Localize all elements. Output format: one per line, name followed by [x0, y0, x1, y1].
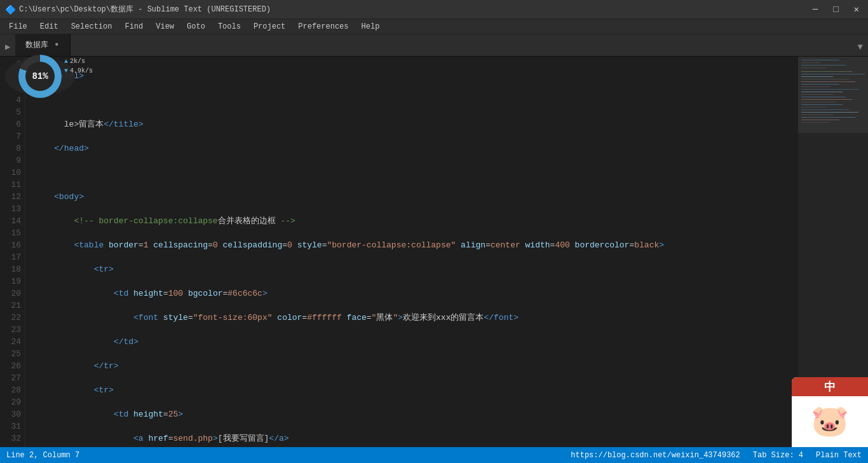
tab-shujuku[interactable]: 数据库 • — [15, 34, 71, 56]
line-num-18: 18 — [0, 263, 21, 275]
menu-file[interactable]: File — [3, 21, 34, 32]
network-speeds: ▲ 2k/s ▼ 4.9k/s — [64, 58, 102, 74]
menu-tools[interactable]: Tools — [212, 21, 247, 32]
code-line-11: <font style="font-size:60px" color=#ffff… — [32, 312, 798, 324]
menu-bar: File Edit Selection Find View Goto Tools… — [0, 19, 868, 34]
network-circle: 81% — [18, 55, 62, 98]
tab-bar: ▶ 数据库 • ▼ — [0, 34, 868, 57]
csdn-pig: 🐷 — [804, 396, 855, 447]
download-value: 4.9k/s — [70, 67, 93, 74]
tab-scroll-right[interactable]: ▼ — [853, 38, 868, 56]
status-position: Line 2, Column 7 — [6, 451, 79, 460]
menu-find[interactable]: Find — [118, 21, 149, 32]
code-line-12: </td> — [32, 336, 798, 348]
code-area[interactable]: <html> le>留言本</title> </head> <body> <!-… — [25, 57, 798, 447]
menu-goto[interactable]: Goto — [180, 21, 212, 32]
line-num-30: 30 — [0, 408, 21, 420]
upload-speed: ▲ 2k/s — [64, 58, 102, 65]
code-line-13: </tr> — [32, 360, 798, 372]
menu-preferences[interactable]: Preferences — [292, 21, 355, 32]
line-num-29: 29 — [0, 396, 21, 408]
line-num-28: 28 — [0, 384, 21, 396]
csdn-badge-top: 中 — [792, 377, 868, 396]
minimap-highlight — [798, 57, 868, 133]
code-line-2 — [32, 94, 798, 106]
code-line-16: <a href=send.php>[我要写留言]</a> — [32, 432, 798, 445]
tab-modified-dot: • — [53, 40, 60, 50]
line-num-10: 10 — [0, 167, 21, 179]
line-num-32: 32 — [0, 432, 21, 445]
line-num-13: 13 — [0, 203, 21, 215]
code-line-15: <td height=25> — [32, 408, 798, 420]
title-bar-left: 🔷 C:\Users\pc\Desktop\数据库 - Sublime Text… — [5, 4, 271, 15]
line-num-19: 19 — [0, 275, 21, 287]
code-line-8: <table border=1 cellspacing=0 cellspaddi… — [32, 239, 798, 251]
menu-view[interactable]: View — [149, 21, 180, 32]
line-num-31: 31 — [0, 420, 21, 432]
code-line-6: <body> — [32, 191, 798, 203]
line-num-22: 22 — [0, 312, 21, 324]
menu-project[interactable]: Project — [247, 21, 292, 32]
status-tab-size[interactable]: Tab Size: 4 — [753, 451, 803, 460]
app-icon: 🔷 — [5, 4, 15, 15]
line-numbers: 1 2 3 4 5 6 7 8 9 10 11 12 13 14 15 16 1… — [0, 57, 25, 447]
download-speed: ▼ 4.9k/s — [64, 67, 102, 74]
code-line-5 — [32, 167, 798, 179]
line-num-20: 20 — [0, 287, 21, 300]
line-num-16: 16 — [0, 239, 21, 251]
code-line-3: le>留言本</title> — [32, 118, 798, 130]
status-file-type[interactable]: Plain Text — [816, 451, 862, 460]
network-percent: 81% — [32, 71, 48, 81]
status-url: https://blog.csdn.net/weixin_43749362 — [571, 451, 740, 460]
title-bar: 🔷 C:\Users\pc\Desktop\数据库 - Sublime Text… — [0, 0, 868, 19]
maximize-button[interactable]: □ — [829, 3, 842, 16]
code-line-4: </head> — [32, 142, 798, 155]
tab-label: 数据库 — [25, 39, 48, 50]
upload-value: 2k/s — [70, 58, 85, 65]
line-num-5: 5 — [0, 106, 21, 118]
line-num-12: 12 — [0, 191, 21, 203]
title-bar-text: C:\Users\pc\Desktop\数据库 - Sublime Text (… — [19, 4, 271, 15]
line-num-26: 26 — [0, 360, 21, 372]
line-num-9: 9 — [0, 155, 21, 167]
title-bar-controls[interactable]: ─ □ ✕ — [809, 3, 863, 16]
tab-scroll-left[interactable]: ▶ — [0, 38, 15, 56]
line-num-11: 11 — [0, 179, 21, 191]
line-num-6: 6 — [0, 118, 21, 130]
network-circle-inner: 81% — [25, 62, 55, 91]
status-bar: Line 2, Column 7 https://blog.csdn.net/w… — [0, 447, 868, 463]
code-line-10: <td height=100 bgcolor=#6c6c6c> — [32, 287, 798, 300]
line-num-7: 7 — [0, 130, 21, 142]
line-num-14: 14 — [0, 215, 21, 227]
menu-edit[interactable]: Edit — [34, 21, 65, 32]
line-num-8: 8 — [0, 142, 21, 155]
status-right: https://blog.csdn.net/weixin_43749362 Ta… — [571, 451, 862, 460]
line-num-24: 24 — [0, 336, 21, 348]
line-num-25: 25 — [0, 348, 21, 360]
code-line-7: <!-- border-collapse:collapse合并表格的边框 --> — [32, 215, 798, 227]
status-left: Line 2, Column 7 — [6, 451, 79, 460]
close-button[interactable]: ✕ — [850, 3, 863, 16]
line-num-17: 17 — [0, 251, 21, 263]
code-line-1: <html> — [32, 70, 798, 82]
network-widget: 81% ▲ 2k/s ▼ 4.9k/s — [5, 57, 75, 95]
line-num-15: 15 — [0, 227, 21, 239]
code-line-9: <tr> — [32, 263, 798, 275]
menu-selection[interactable]: Selection — [65, 21, 119, 32]
line-num-27: 27 — [0, 372, 21, 384]
csdn-badge: 中 🐷 — [792, 377, 868, 447]
line-num-21: 21 — [0, 300, 21, 312]
editor-area: 1 2 3 4 5 6 7 8 9 10 11 12 13 14 15 16 1… — [0, 57, 868, 447]
line-num-23: 23 — [0, 324, 21, 336]
code-line-14: <tr> — [32, 384, 798, 396]
minimize-button[interactable]: ─ — [809, 3, 822, 16]
menu-help[interactable]: Help — [355, 21, 386, 32]
